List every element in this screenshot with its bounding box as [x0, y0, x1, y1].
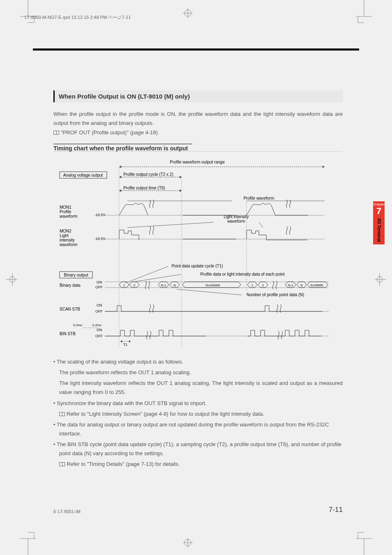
crop-mark — [20, 0, 36, 25]
svg-text:Number of profile point data (: Number of profile point data (N) — [247, 292, 304, 297]
list-item: Synchronize the binary data with the OUT… — [53, 399, 343, 408]
svg-text:BIN STB: BIN STB — [60, 332, 76, 336]
svg-text:ON: ON — [97, 280, 102, 284]
svg-text:0x100000: 0x100000 — [205, 283, 220, 287]
svg-text:N: N — [300, 283, 303, 287]
svg-text:N-1: N-1 — [161, 283, 166, 287]
svg-text:-10.5V: -10.5V — [95, 237, 106, 241]
registration-mark — [1, 271, 17, 289]
svg-text:Profile data or light intensit: Profile data or light intensity data of … — [200, 272, 284, 276]
timing-diagram: Profile waveform output range Analog vol… — [53, 159, 343, 352]
reference-line: "PROF OUT (Profile output)" (page 4-19) — [53, 129, 343, 136]
svg-text:ON: ON — [97, 328, 102, 332]
svg-line-20 — [259, 222, 263, 228]
list-item: The BIN STB cycle (point data update cyc… — [53, 440, 343, 458]
svg-line-19 — [127, 222, 214, 228]
crop-mark — [20, 530, 36, 555]
ref-text: "PROF OUT (Profile output)" (page 4-19) — [61, 129, 158, 136]
section-intro: When the profile output in the profile m… — [53, 110, 343, 128]
list-subtext: The light intensity waveform reflects th… — [53, 379, 343, 397]
registration-mark-top — [183, 8, 193, 18]
svg-line-32 — [134, 274, 181, 282]
svg-text:MON2Lightintensitywaveform: MON2Lightintensitywaveform — [59, 229, 77, 247]
registration-mark-bottom — [183, 538, 193, 548]
svg-text:Profile output cycle (T2 x 2): Profile output cycle (T2 x 2) — [123, 172, 173, 177]
svg-text:SCAN STB: SCAN STB — [60, 307, 80, 311]
svg-text:ON: ON — [97, 303, 102, 307]
svg-text:2: 2 — [262, 283, 264, 287]
page-footer: E LT-9001-IM 7-11 — [53, 506, 343, 514]
svg-text:-10.5V: -10.5V — [95, 213, 106, 217]
list-ref: Refer to "Light Intensity Screen" (page … — [53, 410, 343, 419]
crop-mark — [356, 530, 372, 555]
svg-text:N: N — [173, 283, 176, 287]
chapter-name: I/O Terminal — [377, 219, 381, 242]
svg-text:0.2ms: 0.2ms — [73, 323, 82, 327]
svg-text:Point data update cycle (T1): Point data update cycle (T1) — [171, 264, 223, 268]
header-file-info: LT-9000-M-NO7-E.qxd 13.12.16 2:48 PM ページ… — [25, 14, 131, 21]
svg-text:Profile output time (T6): Profile output time (T6) — [123, 186, 165, 190]
footer-doc-id: E LT-9001-IM — [53, 509, 81, 514]
crop-mark — [356, 0, 372, 25]
bullet-list: Synchronize the binary data with the OUT… — [53, 399, 343, 408]
svg-text:OFF: OFF — [95, 309, 103, 313]
chapter-number: 7 — [373, 206, 385, 216]
svg-line-28 — [125, 266, 168, 283]
svg-text:MON1Profilewaveform: MON1Profilewaveform — [59, 205, 77, 219]
svg-text:0.2ms: 0.2ms — [92, 323, 101, 327]
svg-text:OFF: OFF — [95, 285, 103, 289]
book-icon — [59, 412, 65, 416]
book-icon — [53, 131, 59, 135]
list-ref: Refer to "Timing Details" (page 7-13) fo… — [53, 460, 343, 469]
svg-text:Binary data: Binary data — [60, 283, 81, 288]
registration-mark — [375, 271, 391, 289]
svg-text:0x100000: 0x100000 — [311, 284, 323, 287]
svg-text:Light intensitywaveform: Light intensitywaveform — [224, 214, 249, 223]
svg-text:T1: T1 — [123, 343, 128, 347]
svg-text:1: 1 — [251, 283, 254, 287]
svg-text:1: 1 — [123, 283, 125, 287]
svg-text:N-1: N-1 — [288, 283, 293, 287]
subsection-title: Timing chart when the profile waveform i… — [53, 144, 192, 152]
svg-text:Profile waveform: Profile waveform — [244, 196, 274, 200]
list-subtext: The profile waveform reflects the OUT 1 … — [53, 368, 343, 377]
svg-text:Binary output: Binary output — [64, 273, 88, 277]
svg-text:Profile waveform output range: Profile waveform output range — [170, 160, 225, 164]
book-icon — [59, 462, 65, 466]
bullet-list: The scaling of the analog voltage output… — [53, 357, 343, 366]
footer-page-number: 7-11 — [329, 506, 343, 514]
chapter-tab: Chapter 7 I/O Terminal — [373, 201, 385, 244]
svg-text:OFF: OFF — [95, 334, 103, 338]
list-item: The scaling of the analog voltage output… — [53, 357, 343, 366]
svg-text:Analog voltage output: Analog voltage output — [63, 173, 103, 177]
list-item: The data for analog output or binary out… — [53, 420, 343, 438]
section-title: When Profile Output is ON (LT-9010 (M) o… — [53, 90, 343, 102]
svg-text:2: 2 — [134, 283, 136, 287]
svg-line-49 — [177, 289, 242, 295]
header-rule — [33, 48, 359, 51]
bullet-list: The data for analog output or binary out… — [53, 420, 343, 458]
